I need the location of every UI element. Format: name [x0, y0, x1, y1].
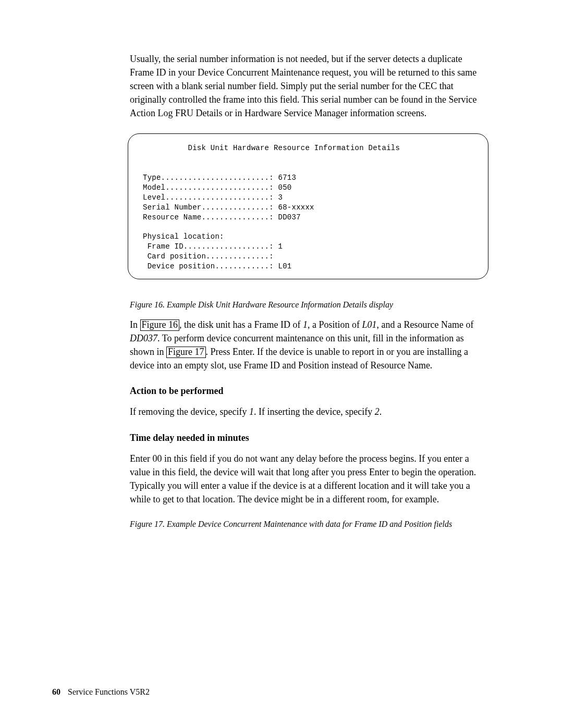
page: Usually, the serial number information i… — [0, 0, 563, 728]
emphasis: 1 — [303, 319, 308, 330]
emphasis: 2 — [375, 406, 380, 417]
text-fragment: . If inserting the device, specify — [254, 406, 375, 417]
text-fragment: If removing the device, specify — [130, 406, 249, 417]
text-fragment: . — [380, 406, 382, 417]
content-column: Usually, the serial number information i… — [130, 52, 484, 529]
time-delay-paragraph: Enter 00 in this field if you do not wan… — [130, 452, 484, 506]
text-fragment: , and a Resource Name of — [376, 319, 473, 330]
figure16-caption: Figure 16. Example Disk Unit Hardware Re… — [130, 300, 484, 310]
text-fragment: , a Position of — [308, 319, 362, 330]
emphasis: L01 — [362, 319, 376, 330]
footer-text: Service Functions V5R2 — [68, 687, 150, 696]
figure17-link[interactable]: Figure 17 — [166, 347, 206, 358]
emphasis: 1 — [249, 406, 254, 417]
text-fragment: In — [130, 319, 140, 330]
heading-time-delay: Time delay needed in minutes — [130, 433, 484, 443]
figure16-link[interactable]: Figure 16 — [140, 319, 180, 331]
terminal-panel: Disk Unit Hardware Resource Information … — [128, 133, 488, 279]
action-paragraph: If removing the device, specify 1. If in… — [130, 405, 484, 418]
page-footer: 60Service Functions V5R2 — [52, 687, 150, 697]
intro-paragraph: Usually, the serial number information i… — [130, 52, 484, 120]
figure17-caption: Figure 17. Example Device Concurrent Mai… — [130, 520, 484, 529]
page-number: 60 — [52, 687, 60, 696]
emphasis: DD037 — [130, 333, 157, 343]
para-after-fig16: In Figure 16, the disk unit has a Frame … — [130, 318, 484, 372]
text-fragment: , the disk unit has a Frame ID of — [179, 319, 303, 330]
heading-action: Action to be performed — [130, 386, 484, 397]
